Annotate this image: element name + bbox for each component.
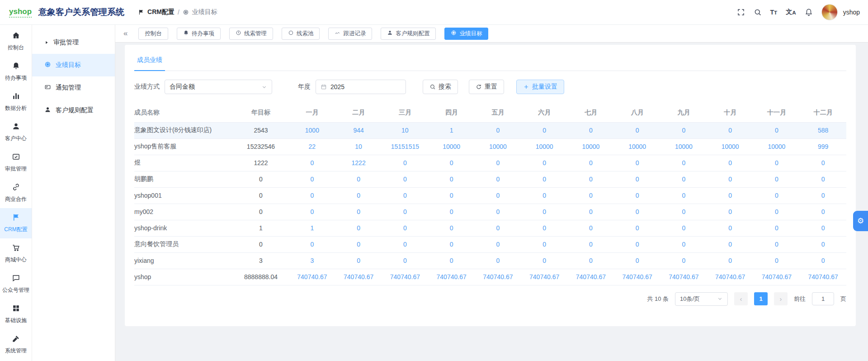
month-value-link[interactable]: 0	[800, 204, 846, 220]
month-value-link[interactable]: 1	[428, 122, 475, 138]
month-value-link[interactable]: 0	[428, 252, 475, 269]
month-value-link[interactable]: 0	[754, 220, 800, 236]
month-value-link[interactable]: 0	[754, 171, 800, 187]
year-picker[interactable]	[316, 80, 406, 94]
month-value-link[interactable]: 0	[800, 252, 846, 269]
month-value-link[interactable]: 0	[568, 220, 614, 236]
month-value-link[interactable]: 0	[382, 220, 429, 236]
month-value-link[interactable]: 0	[800, 187, 846, 204]
month-value-link[interactable]: 0	[475, 171, 521, 187]
month-value-link[interactable]: 740740.67	[754, 269, 800, 285]
month-value-link[interactable]: 0	[614, 252, 660, 269]
month-value-link[interactable]: 0	[568, 155, 614, 171]
month-value-link[interactable]: 740740.67	[614, 269, 660, 285]
month-value-link[interactable]: 1	[289, 220, 335, 236]
month-value-link[interactable]: 0	[754, 155, 800, 171]
month-value-link[interactable]: 0	[382, 204, 429, 220]
month-value-link[interactable]: 0	[707, 204, 754, 220]
month-value-link[interactable]: 0	[614, 236, 660, 252]
month-value-link[interactable]: 0	[289, 187, 335, 204]
month-value-link[interactable]: 0	[475, 220, 521, 236]
month-value-link[interactable]: 0	[428, 204, 475, 220]
sidebar-item-console[interactable]: 控制台	[0, 26, 32, 57]
translate-icon[interactable]: 文A	[786, 8, 796, 16]
month-value-link[interactable]: 0	[521, 220, 568, 236]
month-value-link[interactable]: 740740.67	[289, 269, 335, 285]
tab-chip-console[interactable]: 控制台	[138, 28, 168, 40]
year-input[interactable]	[330, 83, 401, 90]
month-value-link[interactable]: 0	[614, 204, 660, 220]
month-value-link[interactable]: 0	[335, 220, 382, 236]
month-value-link[interactable]: 10	[382, 122, 429, 138]
month-value-link[interactable]: 0	[428, 187, 475, 204]
month-value-link[interactable]: 0	[475, 236, 521, 252]
month-value-link[interactable]: 740740.67	[707, 269, 754, 285]
month-value-link[interactable]: 10000	[568, 138, 614, 155]
month-value-link[interactable]: 0	[475, 204, 521, 220]
month-value-link[interactable]: 0	[707, 187, 754, 204]
month-value-link[interactable]: 944	[335, 122, 382, 138]
month-value-link[interactable]: 0	[475, 122, 521, 138]
sidebar-item-official-account[interactable]: 公众号管理	[0, 269, 32, 299]
month-value-link[interactable]: 740740.67	[428, 269, 475, 285]
month-value-link[interactable]: 0	[754, 187, 800, 204]
avatar[interactable]	[821, 4, 838, 20]
month-value-link[interactable]: 0	[568, 187, 614, 204]
goto-page-input[interactable]	[812, 292, 834, 305]
month-value-link[interactable]: 0	[335, 171, 382, 187]
month-value-link[interactable]: 0	[289, 171, 335, 187]
month-value-link[interactable]: 999	[800, 138, 846, 155]
month-value-link[interactable]: 0	[614, 122, 660, 138]
month-value-link[interactable]: 0	[335, 252, 382, 269]
tab-chip-performance-target[interactable]: 业绩目标	[444, 28, 488, 40]
tab-chip-todo[interactable]: 待办事项	[177, 28, 221, 40]
sidebar-item-approval-mgmt[interactable]: 审批管理	[0, 147, 32, 178]
sidebar-item-data-analysis[interactable]: 数据分析	[0, 87, 32, 117]
tab-chip-customer-rule-config[interactable]: 客户规则配置	[381, 28, 436, 40]
month-value-link[interactable]: 10000	[475, 138, 521, 155]
reset-button[interactable]: 重置	[469, 80, 504, 94]
month-value-link[interactable]: 0	[289, 236, 335, 252]
month-value-link[interactable]: 0	[800, 236, 846, 252]
month-value-link[interactable]: 10000	[521, 138, 568, 155]
month-value-link[interactable]: 740740.67	[660, 269, 707, 285]
month-value-link[interactable]: 10000	[660, 138, 707, 155]
method-select[interactable]: 合同金额	[165, 80, 272, 94]
month-value-link[interactable]: 15151515	[382, 138, 429, 155]
tab-chip-clue-pool[interactable]: 线索池	[282, 28, 320, 40]
month-value-link[interactable]: 22	[289, 138, 335, 155]
sidebar-item-business-coop[interactable]: 商业合作	[0, 178, 32, 208]
month-value-link[interactable]: 0	[660, 171, 707, 187]
month-value-link[interactable]: 0	[800, 155, 846, 171]
month-value-link[interactable]: 0	[754, 122, 800, 138]
month-value-link[interactable]: 0	[521, 171, 568, 187]
month-value-link[interactable]: 0	[660, 220, 707, 236]
month-value-link[interactable]: 0	[568, 236, 614, 252]
month-value-link[interactable]: 0	[614, 187, 660, 204]
month-value-link[interactable]: 740740.67	[475, 269, 521, 285]
month-value-link[interactable]: 10000	[614, 138, 660, 155]
sidebar-item-crm-config[interactable]: CRM配置	[0, 208, 32, 238]
collapse-tabs-button[interactable]: «	[121, 29, 130, 38]
settings-fab[interactable]: ⚙	[853, 211, 868, 231]
month-value-link[interactable]: 10	[335, 138, 382, 155]
tab-member-performance[interactable]: 成员业绩	[134, 56, 165, 71]
month-value-link[interactable]: 0	[521, 187, 568, 204]
month-value-link[interactable]: 0	[521, 122, 568, 138]
sidebar-item-mall-center[interactable]: 商城中心	[0, 238, 32, 269]
breadcrumb-page[interactable]: 业绩目标	[192, 8, 217, 16]
month-value-link[interactable]: 0	[428, 155, 475, 171]
month-value-link[interactable]: 0	[521, 252, 568, 269]
submenu-item-approval-mgmt[interactable]: 审批管理	[32, 31, 115, 54]
fullscreen-icon[interactable]	[737, 8, 745, 16]
month-value-link[interactable]: 0	[614, 155, 660, 171]
month-value-link[interactable]: 0	[707, 122, 754, 138]
month-value-link[interactable]: 0	[568, 204, 614, 220]
month-value-link[interactable]: 0	[521, 155, 568, 171]
month-value-link[interactable]: 0	[475, 187, 521, 204]
month-value-link[interactable]: 0	[335, 236, 382, 252]
month-value-link[interactable]: 0	[382, 252, 429, 269]
batch-settings-button[interactable]: 批量设置	[516, 80, 564, 94]
month-value-link[interactable]: 1000	[289, 122, 335, 138]
month-value-link[interactable]: 740740.67	[521, 269, 568, 285]
